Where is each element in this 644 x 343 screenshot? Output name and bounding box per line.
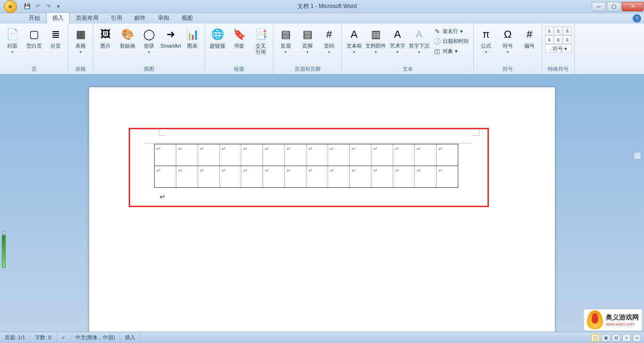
table-cell[interactable]: ↵ — [198, 166, 220, 188]
symbol-cell[interactable]: à — [554, 26, 562, 35]
table-cell[interactable]: ↵ — [220, 166, 241, 188]
ribbon-small-5-1[interactable]: 🕔日期和时间 — [431, 36, 471, 46]
table-cell[interactable]: ↵ — [350, 144, 372, 166]
symbol-cell[interactable]: à — [563, 35, 571, 44]
table-cell[interactable]: ↵ — [285, 166, 306, 188]
table-cell[interactable]: ↵ — [393, 166, 415, 188]
ribbon-btn-4-0[interactable]: ▤页眉▾ — [275, 25, 296, 56]
view-print-layout-button[interactable]: ▢ — [591, 334, 600, 342]
status-words[interactable]: 字数: 0 — [30, 332, 56, 343]
table-cell[interactable]: ↵ — [263, 166, 285, 188]
ribbon-btn-5-0[interactable]: A文本框▾ — [344, 25, 364, 56]
status-mode[interactable]: 插入 — [120, 332, 140, 343]
table-cell[interactable]: ↵ — [241, 166, 263, 188]
ribbon-btn-2-4[interactable]: 📊图表 — [182, 25, 203, 50]
dropdown-arrow-icon: ▾ — [460, 28, 463, 34]
ribbon-btn-0-2[interactable]: ≣分页 — [45, 25, 66, 50]
table-cell[interactable]: ↵ — [155, 166, 176, 188]
tab-view[interactable]: 视图 — [175, 12, 199, 24]
ribbon-btn-0-0[interactable]: 📄封面▾ — [2, 25, 23, 56]
table-cell[interactable]: ↵ — [198, 144, 220, 166]
ribbon-icon: 🔖 — [231, 27, 247, 42]
tab-page-layout[interactable]: 页面布局 — [70, 12, 105, 24]
view-draft-button[interactable]: ▭ — [633, 334, 641, 342]
view-web-button[interactable]: ▤ — [612, 334, 620, 342]
table-cell[interactable]: ↵ — [328, 166, 350, 188]
group-label: 链接 — [207, 65, 271, 74]
ribbon-group-6: π公式▾Ω符号▾#编号符号 — [474, 24, 542, 74]
table-cell[interactable]: ↵ — [415, 166, 437, 188]
table-cell[interactable]: ↵ — [306, 166, 328, 188]
dropdown-arrow-icon: ▾ — [455, 48, 458, 54]
ribbon-btn-2-3[interactable]: ➜SmartArt — [160, 25, 181, 50]
minimize-button[interactable]: ─ — [592, 2, 606, 11]
status-page[interactable]: 页面: 1/1 — [0, 332, 30, 343]
ribbon-icon: ▥ — [368, 27, 383, 42]
status-proofing-icon[interactable]: ✓ — [57, 332, 71, 343]
ribbon-btn-2-2[interactable]: ◯形状▾ — [139, 25, 159, 56]
tab-home[interactable]: 开始 — [23, 12, 46, 24]
table-cell[interactable]: ↵ — [176, 144, 198, 166]
table-cell[interactable]: ↵ — [415, 144, 437, 166]
ribbon-btn-3-2[interactable]: 📑交叉 引用 — [250, 25, 271, 57]
symbol-cell[interactable]: à — [545, 35, 553, 44]
table-cell[interactable]: ↵ — [155, 144, 176, 166]
ribbon-btn-label: 公式 — [481, 43, 491, 49]
undo-icon[interactable]: ↶ — [33, 2, 42, 11]
table-cell[interactable]: ↵ — [372, 166, 393, 188]
ribbon-small-5-2[interactable]: ◫对象 ▾ — [431, 46, 471, 56]
ribbon-btn-5-2[interactable]: A艺术字▾ — [387, 25, 408, 56]
maximize-button[interactable]: ▢ — [607, 2, 621, 11]
ribbon-btn-0-1[interactable]: ▢空白页 — [24, 25, 44, 50]
symbol-cell[interactable]: à — [545, 26, 553, 35]
qat-more-icon[interactable]: ▾ — [54, 2, 63, 11]
table-cell[interactable]: ↵ — [263, 144, 285, 166]
ribbon-btn-5-1[interactable]: ▥文档部件▾ — [365, 25, 386, 56]
symbol-cell[interactable]: à — [563, 26, 571, 35]
tab-review[interactable]: 审阅 — [152, 12, 175, 24]
ribbon-btn-1-0[interactable]: ▦表格▾ — [70, 25, 91, 56]
office-button[interactable]: ⊞ — [1, 0, 20, 13]
dropdown-arrow-icon: ▾ — [485, 50, 487, 54]
table-cell[interactable]: ↵ — [393, 144, 415, 166]
ribbon-btn-6-1[interactable]: Ω符号▾ — [497, 25, 518, 56]
table-cell[interactable]: ↵ — [285, 144, 306, 166]
table-cell[interactable]: ↵ — [241, 144, 263, 166]
redo-icon[interactable]: ↷ — [43, 2, 53, 11]
status-language[interactable]: 中文(简体，中国) — [71, 332, 120, 343]
document-page[interactable]: ↵↵↵↵↵↵↵↵↵↵↵↵↵↵↵↵↵↵↵↵↵↵↵↵↵↵↵↵ ↵ Baidu jin… — [89, 87, 555, 343]
ribbon-btn-6-2[interactable]: #编号 — [519, 25, 540, 50]
table-cell[interactable]: ↵ — [176, 166, 198, 188]
tab-mailings[interactable]: 邮件 — [128, 12, 152, 24]
save-icon[interactable]: 💾 — [23, 2, 32, 11]
ribbon-icon: 📑 — [253, 27, 268, 42]
close-button[interactable]: ✕ — [622, 2, 644, 11]
ribbon-btn-label: 文档部件 — [365, 43, 386, 49]
tab-insert[interactable]: 插入 — [46, 12, 70, 24]
ribbon-btn-6-0[interactable]: π公式▾ — [476, 25, 496, 56]
view-full-screen-button[interactable]: ▣ — [602, 334, 610, 342]
ribbon-btn-3-1[interactable]: 🔖书签 — [229, 25, 249, 50]
ribbon-group-1: ▦表格▾表格 — [68, 24, 93, 74]
dropdown-arrow-icon: ▾ — [396, 50, 398, 54]
table-cell[interactable]: ↵ — [220, 144, 241, 166]
symbol-cell[interactable]: , 符号 ▾ — [545, 44, 571, 53]
table-cell[interactable]: ↵ — [372, 144, 393, 166]
ribbon-btn-2-1[interactable]: 🎨剪贴画 — [117, 25, 138, 50]
tab-references[interactable]: 引用 — [105, 12, 128, 24]
table-cell[interactable]: ↵ — [437, 144, 458, 166]
table-cell[interactable]: ↵ — [437, 166, 458, 188]
table-cell[interactable]: ↵ — [350, 166, 372, 188]
ribbon-btn-3-0[interactable]: 🌐超链接 — [207, 25, 228, 50]
table-cell[interactable]: ↵ — [306, 144, 328, 166]
document-table[interactable]: ↵↵↵↵↵↵↵↵↵↵↵↵↵↵↵↵↵↵↵↵↵↵↵↵↵↵↵↵ — [154, 144, 458, 188]
ribbon-btn-4-1[interactable]: ▤页脚▾ — [297, 25, 318, 56]
scroll-up-button[interactable] — [634, 152, 641, 159]
ribbon-btn-2-0[interactable]: 🖼图片 — [95, 25, 116, 50]
symbol-cell[interactable]: à — [554, 35, 562, 44]
view-outline-button[interactable]: ≡ — [622, 334, 631, 342]
help-button[interactable]: ? — [633, 14, 641, 23]
table-cell[interactable]: ↵ — [328, 144, 350, 166]
ribbon-btn-4-2[interactable]: #页码▾ — [319, 25, 339, 56]
ribbon-small-5-0[interactable]: ✎签名行 ▾ — [431, 26, 471, 36]
